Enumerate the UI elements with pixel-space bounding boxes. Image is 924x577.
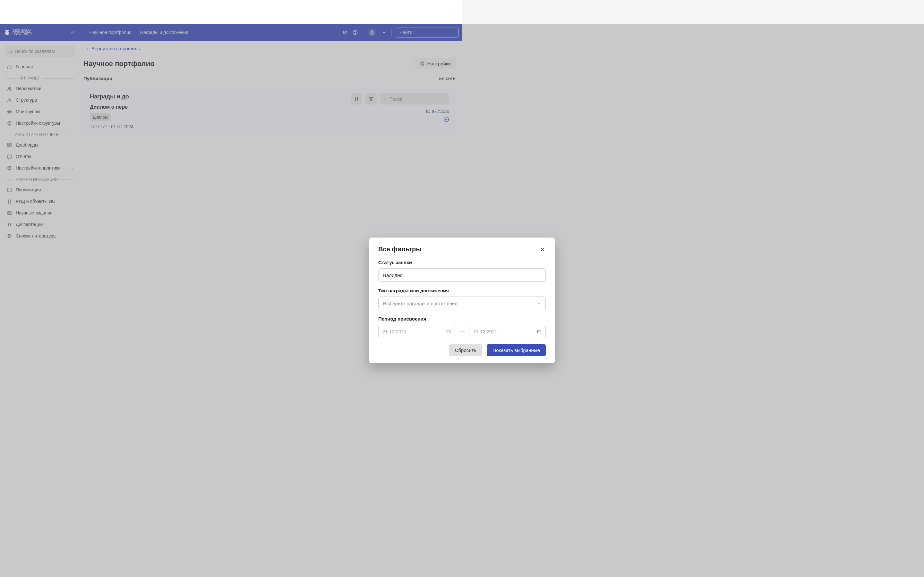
status-select[interactable]: Валидно (378, 268, 462, 282)
type-label: Тип награды или достижения (378, 288, 462, 288)
modal-title: Все фильтры (378, 245, 421, 253)
status-select-value: Валидно (383, 272, 403, 278)
modal-overlay[interactable]: Все фильтры Статус заявки Валидно Тип на… (0, 24, 462, 288)
browser-chrome-area (0, 0, 462, 24)
status-label: Статус заявки (378, 259, 462, 265)
filter-modal: Все фильтры Статус заявки Валидно Тип на… (369, 237, 462, 288)
